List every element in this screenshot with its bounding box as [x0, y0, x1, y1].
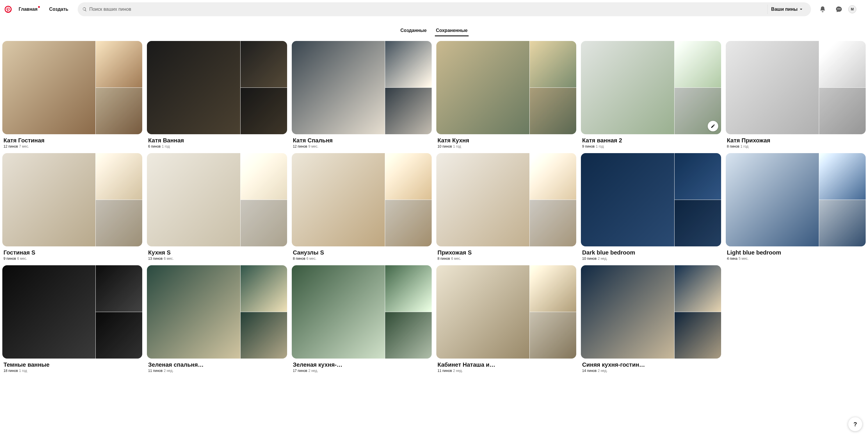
tab-created[interactable]: Созданные — [399, 26, 428, 36]
board-thumb-small — [530, 153, 576, 200]
search-input[interactable] — [89, 7, 765, 12]
board-card[interactable]: Light blue bedroom4 пина5 мес. — [726, 153, 866, 261]
board-card[interactable]: Катя Гостиная12 пинов7 мес. — [2, 41, 142, 148]
board-thumb-small — [385, 312, 432, 359]
board-thumb-main — [292, 265, 385, 359]
board-card[interactable]: Зеленая спальня…11 пинов2 нед. — [147, 265, 287, 373]
board-pin-count: 14 пинов — [582, 369, 597, 373]
board-thumbnails — [2, 265, 142, 359]
board-thumb-small — [530, 41, 576, 88]
pinterest-logo[interactable] — [5, 6, 12, 13]
nav-create[interactable]: Создать — [44, 3, 73, 15]
edit-board-button[interactable] — [708, 121, 718, 131]
board-thumbnails — [581, 41, 721, 134]
board-meta: 10 пинов1 год — [437, 144, 575, 148]
board-thumbnails — [147, 265, 287, 359]
board-age: 2 нед. — [453, 369, 463, 373]
board-thumb-small — [96, 200, 142, 246]
board-thumb-small — [675, 41, 721, 88]
board-card[interactable]: Катя Прихожая8 пинов1 год — [726, 41, 866, 148]
board-pin-count: 17 пинов — [293, 369, 307, 373]
tab-saved[interactable]: Сохраненные — [435, 26, 469, 36]
board-thumb-main — [436, 265, 529, 359]
board-thumb-small — [675, 265, 721, 312]
board-card[interactable]: Темные ванные18 пинов1 год — [2, 265, 142, 373]
board-thumb-small — [241, 41, 287, 88]
board-thumbnails — [2, 153, 142, 246]
board-age: 2 нед. — [598, 369, 608, 373]
board-card[interactable]: Кабинет Наташа и…11 пинов2 нед. — [436, 265, 576, 373]
messages-icon[interactable] — [832, 2, 846, 16]
search-icon — [82, 7, 87, 12]
board-age: 1 год — [453, 144, 461, 148]
pencil-icon — [711, 124, 715, 128]
account-menu-chevron-icon[interactable] — [859, 7, 863, 12]
board-card[interactable]: Катя ванная 29 пинов1 год — [581, 41, 721, 148]
board-meta: 6 пинов1 год — [148, 144, 286, 148]
board-thumb-small — [819, 153, 866, 200]
board-thumb-small — [241, 312, 287, 359]
board-age: 6 мес. — [164, 257, 174, 261]
board-title: Зеленая кухня-… — [293, 362, 431, 368]
board-pin-count: 18 пинов — [3, 369, 18, 373]
board-meta: 9 пинов6 мес. — [3, 257, 141, 261]
board-thumb-small — [96, 88, 142, 134]
board-card[interactable]: Катя Ванная6 пинов1 год — [147, 41, 287, 148]
board-thumb-small — [241, 88, 287, 134]
board-thumb-main — [581, 265, 674, 359]
board-title: Прихожая S — [437, 249, 575, 256]
search-bar[interactable]: Ваши пины — [78, 2, 811, 16]
board-thumb-small — [530, 88, 576, 134]
board-thumbnails — [2, 41, 142, 134]
board-thumbnails — [292, 153, 432, 246]
board-thumb-small — [96, 312, 142, 359]
board-age: 1 год — [596, 144, 604, 148]
board-age: 2 нед. — [598, 257, 608, 261]
board-card[interactable]: Катя Спальня12 пинов9 мес. — [292, 41, 432, 148]
board-card[interactable]: Зеленая кухня-…17 пинов2 нед. — [292, 265, 432, 373]
board-card[interactable]: Dark blue bedroom10 пинов2 нед. — [581, 153, 721, 261]
board-thumbnails — [581, 153, 721, 246]
board-age: 1 год — [741, 144, 749, 148]
board-card[interactable]: Кухня S13 пинов6 мес. — [147, 153, 287, 261]
board-meta: 17 пинов2 нед. — [293, 369, 431, 373]
board-title: Зеленая спальня… — [148, 362, 286, 368]
board-title: Гостиная S — [3, 249, 141, 256]
board-thumb-small — [241, 265, 287, 312]
header: Главная Создать Ваши пины M — [0, 0, 868, 19]
board-card[interactable]: Прихожая S8 пинов6 мес. — [436, 153, 576, 261]
board-meta: 8 пинов1 год — [727, 144, 865, 148]
board-pin-count: 4 пина — [727, 257, 738, 261]
board-thumb-small — [530, 200, 576, 246]
board-thumb-main — [2, 41, 95, 134]
board-pin-count: 6 пинов — [148, 144, 161, 148]
board-thumb-small — [530, 265, 576, 312]
board-card[interactable]: Синяя кухня-гостин…14 пинов2 нед. — [581, 265, 721, 373]
board-card[interactable]: Санузлы S8 пинов6 мес. — [292, 153, 432, 261]
board-thumb-small — [819, 88, 866, 134]
board-thumbnails — [292, 265, 432, 359]
board-title: Катя Гостиная — [3, 137, 141, 144]
board-meta: 12 пинов7 мес. — [3, 144, 141, 148]
search-filter-button[interactable]: Ваши пины — [767, 5, 806, 14]
board-age: 2 нед. — [164, 369, 174, 373]
board-thumb-small — [385, 265, 432, 312]
board-thumb-small — [385, 41, 432, 88]
board-title: Санузлы S — [293, 249, 431, 256]
board-title: Катя Ванная — [148, 137, 286, 144]
board-title: Темные ванные — [3, 362, 141, 368]
board-pin-count: 13 пинов — [148, 257, 163, 261]
board-card[interactable]: Гостиная S9 пинов6 мес. — [2, 153, 142, 261]
board-thumbnails — [436, 41, 576, 134]
board-thumb-main — [292, 41, 385, 134]
board-thumb-small — [675, 312, 721, 359]
avatar-initial: M — [851, 7, 854, 11]
bell-icon[interactable] — [816, 2, 830, 16]
nav-home[interactable]: Главная — [14, 3, 42, 15]
board-card[interactable]: Катя Кухня10 пинов1 год — [436, 41, 576, 148]
avatar[interactable]: M — [848, 5, 856, 13]
board-title: Катя Прихожая — [727, 137, 865, 144]
board-thumb-main — [2, 153, 95, 246]
board-age: 6 мес. — [307, 257, 316, 261]
board-meta: 10 пинов2 нед. — [582, 257, 720, 261]
